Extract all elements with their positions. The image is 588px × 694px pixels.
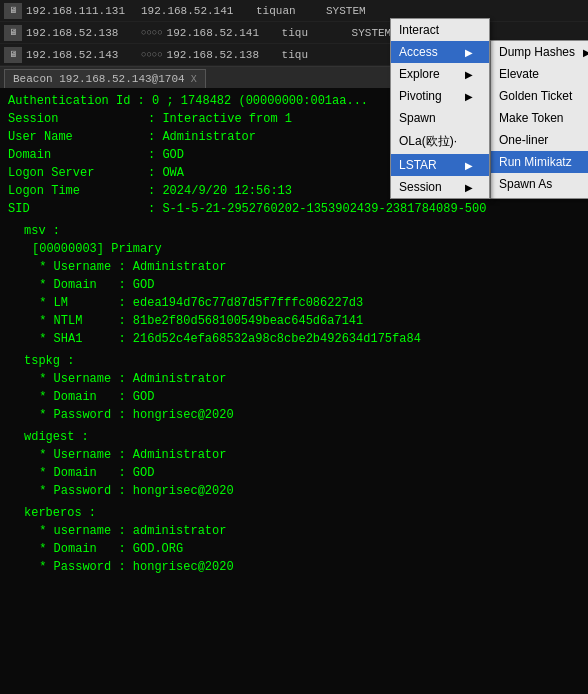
beacon-user: tiquan [256, 5, 326, 17]
terminal-text: * Password : hongrisec@2020 [8, 558, 234, 576]
beacon-system: SYSTEM [352, 27, 392, 39]
menu-item-ola[interactable]: OLa(欧拉)· [391, 129, 489, 154]
field-value: : 2024/9/20 12:56:13 [148, 182, 292, 200]
beacon-icon: 🖥 [4, 25, 22, 41]
section-msv: msv : [8, 222, 60, 240]
beacon-icon: 🖥 [4, 47, 22, 63]
context-menu-container: Interact Access ▶ Explore ▶ Pivoting ▶ S… [390, 18, 588, 199]
terminal-line: msv : [8, 222, 580, 240]
menu-item-interact[interactable]: Interact [391, 19, 489, 41]
field-value: : GOD [148, 146, 184, 164]
terminal-line: * Domain : GOD [8, 464, 580, 482]
menu-item-label: Elevate [499, 67, 539, 81]
beacon-ip1: 192.168.52.143 [26, 49, 141, 61]
submenu-arrow-icon: ▶ [465, 160, 473, 171]
field-label: Logon Time [8, 182, 148, 200]
menu-item-golden-ticket[interactable]: Golden Ticket [491, 85, 588, 107]
beacon-tab[interactable]: Beacon 192.168.52.143@1704 X [4, 69, 206, 88]
menu-item-label: One-liner [499, 133, 548, 147]
terminal-text: * NTLM : 81be2f80d568100549beac645d6a714… [8, 312, 363, 330]
menu-item-label: Make Token [499, 111, 563, 125]
terminal-line: [00000003] Primary [8, 240, 580, 258]
terminal-text: * username : administrator [8, 522, 226, 540]
close-icon[interactable]: X [191, 74, 197, 85]
access-submenu: Dump Hashes ▶ Elevate Golden Ticket Make… [490, 40, 588, 199]
terminal-line: * Username : Administrator [8, 446, 580, 464]
menu-item-label: LSTAR [399, 158, 437, 172]
beacon-ip2: 192.168.52.141 [141, 5, 256, 17]
submenu-arrow-icon: ▶ [465, 91, 473, 102]
section-kerberos: kerberos : [8, 504, 96, 522]
menu-item-run-mimikatz[interactable]: Run Mimikatz [491, 151, 588, 173]
terminal-line: * Domain : GOD [8, 276, 580, 294]
terminal-line: * Domain : GOD.ORG [8, 540, 580, 558]
terminal-line: * Username : Administrator [8, 258, 580, 276]
terminal-text: * SHA1 : 216d52c4efa68532a98c8cbe2b49263… [8, 330, 421, 348]
beacon-ip2: 192.168.52.141 [167, 27, 282, 39]
menu-item-elevate[interactable]: Elevate [491, 63, 588, 85]
submenu-arrow-icon: ▶ [583, 47, 588, 58]
menu-item-label: Spawn [399, 111, 436, 125]
terminal-line: * Password : hongrisec@2020 [8, 482, 580, 500]
submenu-arrow-icon: ▶ [465, 69, 473, 80]
menu-item-label: OLa(欧拉)· [399, 133, 457, 150]
beacon-ip2: 192.168.52.138 [167, 49, 282, 61]
terminal-line: kerberos : [8, 504, 580, 522]
terminal-text: * Password : hongrisec@2020 [8, 406, 234, 424]
menu-item-label: Spawn As [499, 177, 552, 191]
menu-item-label: Run Mimikatz [499, 155, 572, 169]
menu-item-make-token[interactable]: Make Token [491, 107, 588, 129]
menu-item-spawn-as[interactable]: Spawn As [491, 173, 588, 195]
field-label: Domain [8, 146, 148, 164]
field-label: Session [8, 110, 148, 128]
field-value: : OWA [148, 164, 184, 182]
beacon-user: tiqu [282, 49, 352, 61]
beacon-icon: 🖥 [4, 3, 22, 19]
terminal-text: * Password : hongrisec@2020 [8, 482, 234, 500]
terminal-text: * Domain : GOD [8, 464, 154, 482]
terminal-text: Authentication Id : 0 ; 1748482 (0000000… [8, 92, 368, 110]
menu-item-one-liner[interactable]: One-liner [491, 129, 588, 151]
field-label: User Name [8, 128, 148, 146]
terminal-line: wdigest : [8, 428, 580, 446]
beacon-dots: ○○○○ [141, 28, 163, 38]
field-value: : S-1-5-21-2952760202-1353902439-2381784… [148, 200, 486, 218]
terminal-line: tspkg : [8, 352, 580, 370]
field-value: : Interactive from 1 [148, 110, 292, 128]
menu-item-label: Interact [399, 23, 439, 37]
menu-item-access[interactable]: Access ▶ [391, 41, 489, 63]
terminal-text: * Username : Administrator [8, 370, 226, 388]
menu-item-label: Session [399, 180, 442, 194]
menu-item-pivoting[interactable]: Pivoting ▶ [391, 85, 489, 107]
menu-item-lstar[interactable]: LSTAR ▶ [391, 154, 489, 176]
terminal-text: [00000003] Primary [8, 240, 162, 258]
terminal-text: * Username : Administrator [8, 446, 226, 464]
tab-label: Beacon 192.168.52.143@1704 [13, 73, 185, 85]
section-tspkg: tspkg : [8, 352, 74, 370]
terminal-text: * Domain : GOD [8, 388, 154, 406]
menu-item-explore[interactable]: Explore ▶ [391, 63, 489, 85]
terminal-line: * username : administrator [8, 522, 580, 540]
primary-context-menu: Interact Access ▶ Explore ▶ Pivoting ▶ S… [390, 18, 490, 199]
field-label: Logon Server [8, 164, 148, 182]
beacon-dots: ○○○○ [141, 50, 163, 60]
menu-item-spawn[interactable]: Spawn [391, 107, 489, 129]
field-label: SID [8, 200, 148, 218]
menu-item-label: Golden Ticket [499, 89, 572, 103]
beacon-ip1: 192.168.111.131 [26, 5, 141, 17]
field-value: : Administrator [148, 128, 256, 146]
terminal-line: * Username : Administrator [8, 370, 580, 388]
menu-item-label: Access [399, 45, 438, 59]
beacon-ip1: 192.168.52.138 [26, 27, 141, 39]
menu-item-session[interactable]: Session ▶ [391, 176, 489, 198]
terminal-text: * Domain : GOD.ORG [8, 540, 183, 558]
terminal-line: * Domain : GOD [8, 388, 580, 406]
terminal-line: * Password : hongrisec@2020 [8, 558, 580, 576]
submenu-arrow-icon: ▶ [465, 182, 473, 193]
menu-item-label: Dump Hashes [499, 45, 575, 59]
terminal-text: * Username : Administrator [8, 258, 226, 276]
menu-item-dump-hashes[interactable]: Dump Hashes ▶ [491, 41, 588, 63]
terminal-text: * LM : edea194d76c77d87d5f7fffc086227d3 [8, 294, 363, 312]
menu-item-label: Explore [399, 67, 440, 81]
section-wdigest: wdigest : [8, 428, 89, 446]
